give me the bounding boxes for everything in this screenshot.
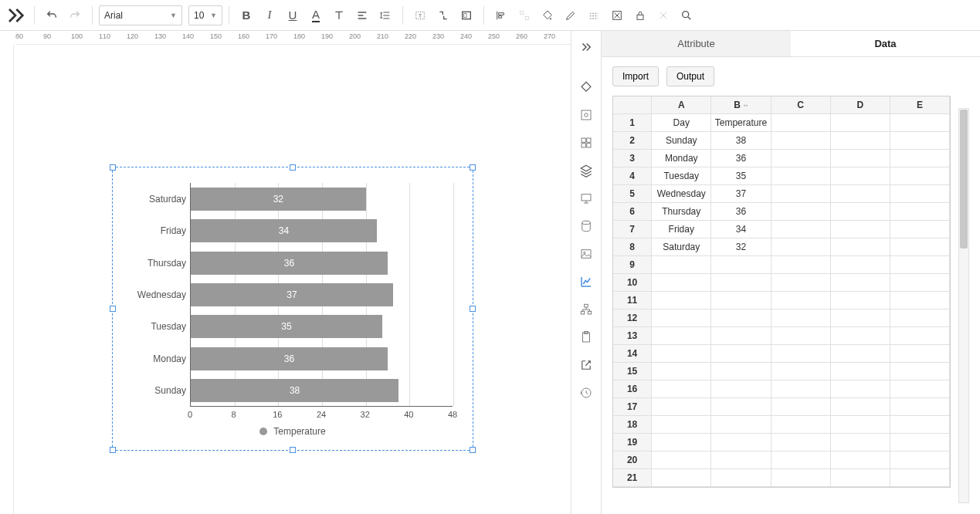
cell[interactable]: Friday bbox=[652, 221, 711, 238]
table-row[interactable]: 20 bbox=[613, 451, 950, 469]
font-select[interactable]: Arial ▼ bbox=[99, 5, 182, 25]
cell[interactable] bbox=[831, 451, 890, 469]
cell[interactable] bbox=[771, 185, 831, 203]
canvas-content[interactable]: Saturday32Friday34Thursday36Wednesday37T… bbox=[15, 46, 571, 514]
cell[interactable]: Tuesday bbox=[652, 167, 711, 185]
cell[interactable] bbox=[890, 363, 950, 380]
line-spacing-button[interactable] bbox=[375, 5, 396, 26]
bold-button[interactable]: B bbox=[236, 5, 257, 26]
search-button[interactable] bbox=[676, 5, 697, 26]
sheet-scroll-thumb[interactable] bbox=[960, 110, 968, 249]
resize-handle-bm[interactable] bbox=[290, 447, 296, 453]
cell[interactable] bbox=[652, 416, 711, 434]
col-header-D[interactable]: D bbox=[831, 96, 890, 114]
cell[interactable] bbox=[711, 309, 771, 327]
cell[interactable] bbox=[771, 451, 831, 469]
cell[interactable] bbox=[890, 221, 950, 238]
italic-button[interactable]: I bbox=[259, 5, 280, 26]
table-row[interactable]: 2Sunday38 bbox=[613, 132, 950, 150]
row-header[interactable]: 11 bbox=[613, 292, 652, 309]
cell[interactable] bbox=[831, 345, 890, 363]
cell[interactable] bbox=[890, 238, 950, 256]
row-header[interactable]: 5 bbox=[613, 185, 652, 203]
table-row[interactable]: 11 bbox=[613, 292, 950, 309]
cell[interactable]: Sunday bbox=[652, 132, 711, 150]
resize-handle-bl[interactable] bbox=[110, 447, 116, 453]
cell[interactable] bbox=[652, 292, 711, 309]
resize-handle-tm[interactable] bbox=[290, 164, 296, 171]
table-row[interactable]: 15 bbox=[613, 363, 950, 380]
cell[interactable] bbox=[831, 185, 890, 203]
connector-button[interactable] bbox=[432, 5, 454, 26]
sheet-scrollbar[interactable] bbox=[958, 108, 969, 503]
table-row[interactable]: 6Thursday36 bbox=[613, 203, 950, 221]
underline-button[interactable]: U bbox=[282, 5, 303, 26]
table-row[interactable]: 7Friday34 bbox=[613, 221, 950, 238]
cell[interactable] bbox=[831, 292, 890, 309]
cell[interactable] bbox=[890, 185, 950, 203]
cell[interactable] bbox=[771, 434, 831, 451]
distribute-button[interactable] bbox=[514, 5, 535, 26]
layers-panel-button[interactable] bbox=[575, 159, 598, 182]
cell[interactable] bbox=[771, 398, 831, 416]
redo-button[interactable] bbox=[64, 5, 86, 26]
row-header[interactable]: 4 bbox=[613, 167, 652, 185]
table-row[interactable]: 19 bbox=[613, 434, 950, 451]
cell[interactable]: Temperature bbox=[711, 114, 771, 132]
cell[interactable] bbox=[652, 380, 711, 398]
row-header[interactable]: 8 bbox=[613, 238, 652, 256]
cell[interactable]: 36 bbox=[711, 150, 771, 167]
cell[interactable] bbox=[652, 398, 711, 416]
cell[interactable] bbox=[831, 114, 890, 132]
cell[interactable] bbox=[771, 345, 831, 363]
col-header-B[interactable]: B▪▪ bbox=[711, 96, 771, 114]
presentation-panel-button[interactable] bbox=[575, 187, 598, 210]
row-header[interactable]: 21 bbox=[613, 469, 652, 487]
cell[interactable] bbox=[711, 380, 771, 398]
cell[interactable] bbox=[711, 274, 771, 292]
cell[interactable] bbox=[890, 345, 950, 363]
cell[interactable] bbox=[831, 434, 890, 451]
col-header-E[interactable]: E bbox=[890, 96, 950, 114]
cell[interactable]: Wednesday bbox=[652, 185, 711, 203]
cell[interactable] bbox=[831, 167, 890, 185]
expand-left-button[interactable] bbox=[3, 5, 28, 26]
table-row[interactable]: 10 bbox=[613, 274, 950, 292]
row-header[interactable]: 12 bbox=[613, 309, 652, 327]
resize-handle-mr[interactable] bbox=[470, 306, 476, 312]
table-row[interactable]: 4Tuesday35 bbox=[613, 167, 950, 185]
cell[interactable] bbox=[771, 469, 831, 487]
cell[interactable] bbox=[890, 256, 950, 274]
cell[interactable] bbox=[890, 451, 950, 469]
table-row[interactable]: 1DayTemperature bbox=[613, 114, 950, 132]
lock-button[interactable] bbox=[629, 5, 651, 26]
row-header[interactable]: 2 bbox=[613, 132, 652, 150]
table-row[interactable]: 21 bbox=[613, 469, 950, 487]
cell[interactable] bbox=[831, 221, 890, 238]
table-row[interactable]: 8Saturday32 bbox=[613, 238, 950, 256]
cell[interactable]: 35 bbox=[711, 167, 771, 185]
cell[interactable] bbox=[652, 274, 711, 292]
cell[interactable] bbox=[831, 238, 890, 256]
cell[interactable] bbox=[711, 434, 771, 451]
table-row[interactable]: 17 bbox=[613, 398, 950, 416]
output-button[interactable]: Output bbox=[666, 66, 714, 86]
table-row[interactable]: 18 bbox=[613, 416, 950, 434]
cell[interactable] bbox=[771, 256, 831, 274]
cell[interactable] bbox=[890, 416, 950, 434]
col-header-A[interactable]: A bbox=[652, 96, 711, 114]
cell[interactable] bbox=[711, 256, 771, 274]
cell[interactable] bbox=[771, 238, 831, 256]
row-header[interactable]: 17 bbox=[613, 398, 652, 416]
row-header[interactable]: 3 bbox=[613, 150, 652, 167]
strikethrough-button[interactable] bbox=[328, 5, 350, 26]
cell[interactable]: 37 bbox=[711, 185, 771, 203]
cell[interactable]: Saturday bbox=[652, 238, 711, 256]
cell[interactable] bbox=[771, 114, 831, 132]
cell[interactable] bbox=[831, 256, 890, 274]
row-header[interactable]: 10 bbox=[613, 274, 652, 292]
resize-handle-br[interactable] bbox=[470, 447, 476, 453]
cell[interactable] bbox=[890, 469, 950, 487]
cell[interactable] bbox=[652, 345, 711, 363]
cell[interactable] bbox=[831, 327, 890, 345]
